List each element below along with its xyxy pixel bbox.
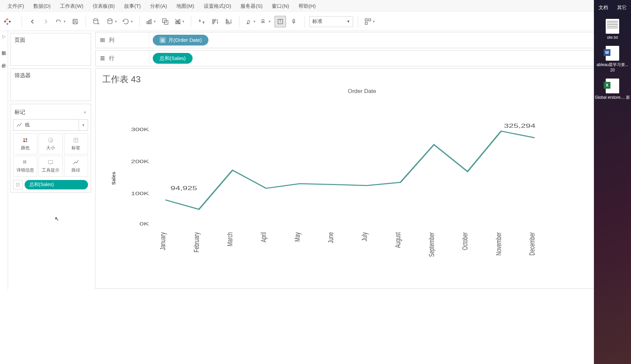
- svg-point-36: [23, 138, 25, 140]
- y-tick-1: 100K: [131, 191, 149, 196]
- svg-text:T: T: [75, 139, 77, 142]
- menu-format[interactable]: 设置格式(O): [199, 3, 236, 9]
- rows-pill-sales[interactable]: 总和(Sales): [153, 53, 193, 64]
- group-button[interactable]: ▼: [259, 16, 273, 27]
- svg-point-39: [25, 141, 27, 142]
- svg-rect-15: [147, 22, 148, 24]
- mark-type-select[interactable]: 线 ▼: [13, 119, 88, 131]
- new-datasource-button[interactable]: +: [91, 16, 103, 27]
- data-label-dec: 325,294: [504, 122, 535, 129]
- sort-asc-button[interactable]: [209, 16, 221, 27]
- x-tick: February: [192, 232, 201, 252]
- svg-rect-56: [101, 59, 105, 60]
- swap-button[interactable]: [196, 16, 207, 27]
- show-me-button[interactable]: ▼: [363, 16, 377, 27]
- duplicate-sheet-button[interactable]: [160, 16, 171, 27]
- marks-label[interactable]: T 标签: [64, 133, 88, 154]
- back-button[interactable]: [27, 16, 38, 27]
- svg-rect-52: [102, 38, 103, 42]
- refresh-datasource-button[interactable]: ▼: [105, 16, 119, 27]
- svg-point-14: [108, 19, 112, 21]
- side-tab-bar: ▷ 数据 分析: [0, 31, 8, 290]
- side-tab-analysis[interactable]: 分析: [0, 54, 8, 66]
- columns-pill-month[interactable]: ⊞ 月(Order Date): [153, 35, 208, 46]
- svg-rect-20: [175, 22, 176, 24]
- svg-rect-55: [101, 58, 105, 59]
- svg-rect-12: [74, 22, 77, 24]
- save-button[interactable]: [69, 16, 81, 27]
- highlight-button[interactable]: ▼: [244, 16, 257, 27]
- svg-point-41: [50, 140, 52, 142]
- x-tick: April: [259, 232, 268, 242]
- x-tick: June: [326, 232, 335, 243]
- menu-file[interactable]: 文件(F): [3, 3, 29, 9]
- menu-data[interactable]: 数据(D): [29, 3, 55, 9]
- x-tick: September: [427, 232, 436, 257]
- menu-help[interactable]: 帮助(H): [294, 3, 320, 9]
- marks-size[interactable]: 大小: [38, 133, 62, 154]
- svg-point-37: [25, 138, 27, 140]
- pages-card[interactable]: 页面: [10, 33, 91, 66]
- new-worksheet-button[interactable]: ▼: [144, 16, 157, 27]
- menu-server[interactable]: 服务器(S): [236, 3, 267, 9]
- line-chart[interactable]: 0K 100K 200K 300K 94,925 325,294 January…: [109, 97, 622, 259]
- svg-rect-17: [150, 19, 151, 24]
- x-tick: October: [461, 232, 469, 250]
- sheet-title[interactable]: 工作表 43: [102, 73, 622, 85]
- desktop-file-word[interactable]: ableau星学习资... 20: [594, 46, 631, 72]
- columns-icon: [99, 37, 106, 43]
- svg-rect-29: [226, 23, 230, 24]
- label-icon: T: [73, 137, 79, 144]
- marks-detail[interactable]: 详细信息: [13, 156, 37, 177]
- chart-title: Order Date: [102, 88, 622, 95]
- marks-color[interactable]: 颜色: [13, 133, 37, 154]
- desktop-tab-docs[interactable]: 文档: [594, 3, 612, 13]
- color-icon: [22, 137, 29, 144]
- menu-worksheet[interactable]: 工作表(W): [55, 3, 88, 9]
- marks-tooltip[interactable]: 工具提示: [38, 156, 62, 177]
- svg-text:T: T: [279, 20, 281, 23]
- tooltip-icon: [47, 159, 54, 166]
- auto-update-button[interactable]: ▼: [121, 16, 135, 27]
- size-icon: [47, 137, 54, 144]
- center-area: 列 ⊞ 月(Order Date) 行 总和(Sales) 工作表 43 Ord…: [93, 31, 631, 290]
- svg-rect-28: [226, 21, 229, 22]
- sort-desc-button[interactable]: [223, 16, 234, 27]
- menu-map[interactable]: 地图(M): [172, 3, 199, 9]
- desktop-area: 文档 其它 ote.txt ableau星学习资... 20 Global er…: [594, 0, 631, 364]
- clear-sheet-button[interactable]: ▼: [173, 16, 186, 27]
- excel-icon: [606, 79, 619, 93]
- columns-shelf[interactable]: 列 ⊞ 月(Order Date): [95, 32, 629, 48]
- side-tab-data[interactable]: 数据: [0, 41, 8, 54]
- fit-mode-select[interactable]: 标准 ▼: [309, 16, 353, 27]
- expand-icon[interactable]: ⊞: [160, 37, 166, 43]
- menu-story[interactable]: 故事(T): [119, 3, 145, 9]
- desktop-file-excel[interactable]: Global erstore.... 新: [595, 79, 630, 100]
- toolbar: ▼ + ▼ ▼ ▼ ▼ ▼ ▼ T 标准 ▼ ▼: [0, 12, 631, 31]
- undo-button[interactable]: ▼: [54, 16, 67, 27]
- word-icon: [606, 46, 619, 61]
- marks-path[interactable]: 路径: [64, 156, 88, 177]
- menu-analysis[interactable]: 分析(A): [145, 3, 172, 9]
- marks-pill-sales[interactable]: 总和(Sales): [25, 180, 88, 189]
- x-tick: November: [494, 232, 503, 256]
- menu-window[interactable]: 窗口(N): [267, 3, 294, 9]
- forward-button[interactable]: [40, 16, 52, 27]
- menu-dashboard[interactable]: 仪表板(B): [88, 3, 119, 9]
- svg-rect-54: [101, 56, 105, 57]
- desktop-file-txt[interactable]: ote.txt: [606, 19, 619, 40]
- svg-rect-51: [101, 38, 102, 42]
- path-icon: [73, 159, 79, 166]
- rows-shelf[interactable]: 行 总和(Sales): [95, 50, 629, 66]
- svg-text:T: T: [17, 183, 19, 186]
- chevron-down-icon[interactable]: ▼: [83, 111, 87, 114]
- collapse-icon[interactable]: ▷: [2, 31, 6, 41]
- desktop-tab-other[interactable]: 其它: [612, 3, 631, 13]
- filters-card[interactable]: 筛选器: [10, 68, 91, 101]
- svg-rect-35: [365, 22, 367, 24]
- menu-bar: 文件(F) 数据(D) 工作表(W) 仪表板(B) 故事(T) 分析(A) 地图…: [0, 0, 631, 12]
- show-labels-button[interactable]: T: [275, 16, 286, 27]
- pin-button[interactable]: [288, 16, 299, 27]
- y-tick-2: 200K: [131, 159, 149, 164]
- pages-header: 页面: [10, 33, 91, 47]
